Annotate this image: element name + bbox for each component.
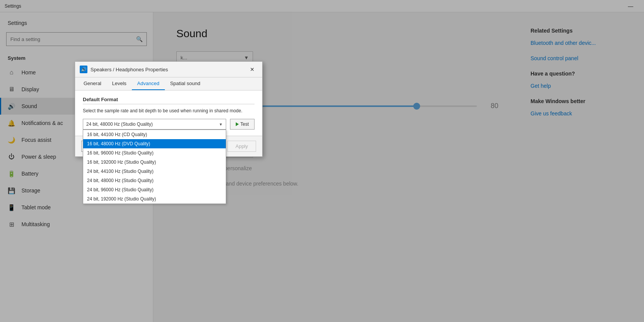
selected-format-value: 24 bit, 48000 Hz (Studio Quality) bbox=[86, 122, 153, 127]
test-button[interactable]: Test bbox=[230, 119, 255, 130]
tab-levels[interactable]: Levels bbox=[107, 77, 132, 90]
dialog-close-button[interactable]: ✕ bbox=[247, 65, 258, 74]
format-select-wrapper: 24 bit, 48000 Hz (Studio Quality) ▼ 16 b… bbox=[83, 119, 226, 130]
default-format-title: Default Format bbox=[83, 97, 255, 104]
tab-general[interactable]: General bbox=[78, 77, 107, 90]
dropdown-item-4[interactable]: 24 bit, 44100 Hz (Studio Quality) bbox=[83, 167, 226, 176]
tab-spatial[interactable]: Spatial sound bbox=[165, 77, 206, 90]
dropdown-item-0[interactable]: 16 bit, 44100 Hz (CD Quality) bbox=[83, 130, 226, 139]
dialog-description: Select the sample rate and bit depth to … bbox=[83, 107, 255, 114]
format-select[interactable]: 24 bit, 48000 Hz (Studio Quality) ▼ bbox=[83, 119, 226, 130]
dropdown-item-6[interactable]: 24 bit, 96000 Hz (Studio Quality) bbox=[83, 185, 226, 194]
dialog-content: Default Format Select the sample rate an… bbox=[75, 90, 262, 136]
dropdown-item-7[interactable]: 24 bit, 192000 Hz (Studio Quality) bbox=[83, 194, 226, 204]
dropdown-item-1[interactable]: 16 bit, 48000 Hz (DVD Quality) bbox=[83, 139, 226, 148]
dropdown-item-3[interactable]: 16 bit, 192000 Hz (Studio Quality) bbox=[83, 158, 226, 167]
format-row: 24 bit, 48000 Hz (Studio Quality) ▼ 16 b… bbox=[83, 119, 255, 130]
dialog-titlebar: 🔊 Speakers / Headphones Properties ✕ bbox=[75, 62, 262, 77]
format-dropdown-list: 16 bit, 44100 Hz (CD Quality) 16 bit, 48… bbox=[83, 130, 226, 204]
dialog-icon: 🔊 bbox=[80, 66, 87, 73]
apply-button[interactable]: Apply bbox=[227, 141, 256, 152]
test-btn-label: Test bbox=[240, 122, 249, 127]
speakers-properties-dialog: 🔊 Speakers / Headphones Properties ✕ Gen… bbox=[75, 61, 263, 157]
dropdown-item-2[interactable]: 16 bit, 96000 Hz (Studio Quality) bbox=[83, 148, 226, 158]
dialog-tabs: General Levels Advanced Spatial sound bbox=[75, 77, 262, 90]
dialog-overlay: 🔊 Speakers / Headphones Properties ✕ Gen… bbox=[0, 0, 644, 322]
tab-advanced[interactable]: Advanced bbox=[132, 77, 165, 90]
play-icon bbox=[236, 122, 239, 126]
dialog-title: Speakers / Headphones Properties bbox=[90, 67, 244, 72]
dropdown-item-5[interactable]: 24 bit, 48000 Hz (Studio Quality) bbox=[83, 176, 226, 185]
format-dropdown-arrow: ▼ bbox=[219, 122, 223, 127]
